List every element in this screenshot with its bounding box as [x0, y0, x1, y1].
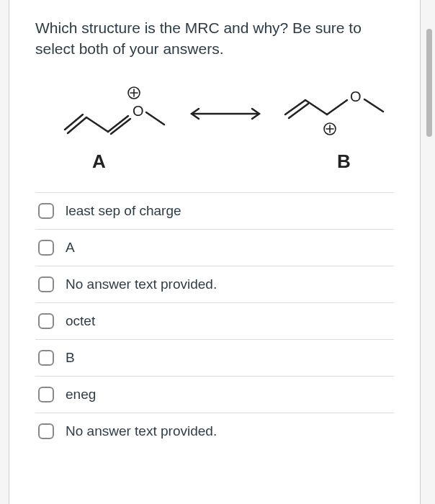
label-a: A [92, 150, 106, 172]
question-text: Which structure is the MRC and why? Be s… [35, 17, 394, 60]
option-label: eneg [66, 387, 96, 402]
checkbox-icon[interactable] [38, 313, 54, 329]
question-card: Which structure is the MRC and why? Be s… [9, 0, 421, 504]
option-row[interactable]: No answer text provided. [35, 413, 394, 449]
option-row[interactable]: A [35, 229, 394, 266]
options-list: least sep of charge A No answer text pro… [35, 192, 394, 449]
svg-line-13 [305, 100, 327, 114]
checkbox-icon[interactable] [38, 240, 54, 256]
scrollbar-thumb[interactable] [426, 29, 432, 137]
label-b: B [337, 150, 351, 172]
svg-line-6 [146, 112, 164, 125]
option-row[interactable]: octet [35, 302, 394, 339]
checkbox-icon[interactable] [38, 276, 54, 292]
svg-line-2 [86, 117, 108, 132]
checkbox-icon[interactable] [38, 350, 54, 366]
svg-text:O: O [133, 103, 144, 119]
option-label: octet [66, 313, 95, 329]
option-label: least sep of charge [66, 203, 181, 219]
scrollbar-track[interactable] [426, 0, 432, 504]
svg-text:O: O [350, 89, 362, 104]
checkbox-icon[interactable] [38, 387, 54, 402]
option-row[interactable]: eneg [35, 376, 394, 413]
option-label: No answer text provided. [66, 276, 217, 292]
option-label: B [66, 350, 75, 366]
option-row[interactable]: least sep of charge [35, 192, 394, 229]
svg-line-14 [327, 100, 347, 114]
checkbox-icon[interactable] [38, 203, 54, 219]
option-row[interactable]: B [35, 339, 394, 376]
option-row[interactable]: No answer text provided. [35, 266, 394, 302]
resonance-diagram: O [42, 74, 387, 175]
option-label: No answer text provided. [66, 423, 217, 439]
option-label: A [66, 240, 75, 256]
checkbox-icon[interactable] [38, 423, 54, 439]
svg-line-16 [364, 99, 383, 112]
